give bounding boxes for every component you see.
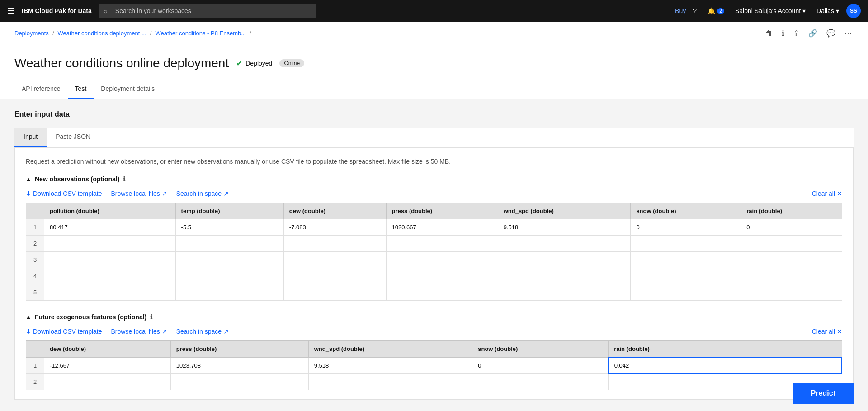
cell-5-rain[interactable] — [741, 284, 842, 301]
cell-3-snow[interactable] — [631, 252, 741, 268]
cell-5-snow[interactable] — [631, 284, 741, 301]
breadcrumb-deployment-name[interactable]: Weather conditions deployment ... — [58, 30, 146, 37]
clear-x-icon-1: ✕ — [837, 190, 842, 197]
download-csv-link-1[interactable]: ⬇ Download CSV template — [26, 190, 102, 197]
account-button[interactable]: Saloni Saluja's Account ▾ — [731, 4, 809, 18]
future-exog-info-icon[interactable]: ℹ — [150, 313, 152, 321]
tab-paste-json[interactable]: Paste JSON — [47, 128, 99, 147]
cell-2-temp[interactable] — [175, 236, 283, 252]
cell-3-wndspd[interactable] — [498, 252, 631, 268]
cell-5-press[interactable] — [386, 284, 498, 301]
fe-cell-1-wndspd[interactable]: 9.518 — [308, 357, 472, 373]
fe-cell-2-dew[interactable] — [44, 373, 171, 390]
help-button[interactable]: ? — [689, 4, 700, 18]
cell-2-rain[interactable] — [741, 236, 842, 252]
cell-4-snow[interactable] — [631, 268, 741, 284]
cell-2-dew[interactable] — [283, 236, 386, 252]
fe-cell-2-wndspd[interactable] — [308, 373, 472, 390]
rain-input-field[interactable] — [614, 362, 836, 369]
cell-4-rain[interactable] — [741, 268, 842, 284]
fe-row-1-num: 1 — [26, 357, 44, 373]
online-badge: Online — [279, 59, 304, 67]
avatar[interactable]: SS — [846, 4, 861, 18]
browse-local-files-link-1[interactable]: Browse local files ↗ — [111, 190, 167, 197]
cell-5-pollution[interactable] — [44, 284, 176, 301]
search-input[interactable] — [99, 4, 316, 18]
tab-test[interactable]: Test — [68, 80, 94, 99]
cell-3-temp[interactable] — [175, 252, 283, 268]
cell-2-pollution[interactable] — [44, 236, 176, 252]
cell-5-temp[interactable] — [175, 284, 283, 301]
table-row: 2 — [26, 236, 842, 252]
col-temp: temp (double) — [175, 203, 283, 219]
fe-cell-2-press[interactable] — [170, 373, 308, 390]
main-tabs: API reference Test Deployment details — [14, 80, 854, 99]
fe-cell-1-dew[interactable]: -12.667 — [44, 357, 171, 373]
delete-button[interactable]: 🗑 — [764, 28, 774, 39]
row-1-num: 1 — [26, 219, 44, 236]
cell-1-temp[interactable]: -5.5 — [175, 219, 283, 236]
search-wrapper: ⌕ — [99, 4, 316, 18]
cell-5-dew[interactable] — [283, 284, 386, 301]
browse-local-files-link-2[interactable]: Browse local files ↗ — [111, 328, 167, 335]
fe-cell-1-rain[interactable] — [609, 357, 842, 373]
comment-button[interactable]: 💬 — [825, 27, 837, 39]
cell-3-pollution[interactable] — [44, 252, 176, 268]
region-chevron-icon: ▾ — [836, 7, 839, 14]
tab-api-reference[interactable]: API reference — [14, 80, 68, 99]
clear-all-link-2[interactable]: Clear all ✕ — [812, 328, 842, 335]
cell-2-press[interactable] — [386, 236, 498, 252]
breadcrumb-sep-1: / — [52, 30, 54, 37]
region-button[interactable]: Dallas ▾ — [813, 4, 843, 18]
cell-1-rain[interactable]: 0 — [741, 219, 842, 236]
brand-label: IBM Cloud Pak for Data — [22, 7, 92, 14]
row-3-num: 3 — [26, 252, 44, 268]
cell-4-temp[interactable] — [175, 268, 283, 284]
share-button[interactable]: ⇪ — [792, 27, 801, 39]
new-obs-chevron-icon: ▲ — [26, 176, 31, 182]
breadcrumb-deployments[interactable]: Deployments — [14, 30, 49, 37]
cell-1-snow[interactable]: 0 — [631, 219, 741, 236]
search-in-space-link-2[interactable]: Search in space ↗ — [176, 328, 229, 335]
table-row: 3 — [26, 252, 842, 268]
cell-3-dew[interactable] — [283, 252, 386, 268]
table-row: 4 — [26, 268, 842, 284]
search-in-space-link-1[interactable]: Search in space ↗ — [176, 190, 229, 197]
tab-deployment-details[interactable]: Deployment details — [94, 80, 162, 99]
cell-2-snow[interactable] — [631, 236, 741, 252]
fe-cell-2-snow[interactable] — [472, 373, 609, 390]
clear-all-link-1[interactable]: Clear all ✕ — [812, 190, 842, 197]
search-arrow-icon-2: ↗ — [223, 328, 229, 335]
cell-1-pollution[interactable]: 80.417 — [44, 219, 176, 236]
new-obs-info-icon[interactable]: ℹ — [123, 175, 125, 183]
fe-cell-1-snow[interactable]: 0 — [472, 357, 609, 373]
breadcrumb-model-name[interactable]: Weather conditions - P8 Ensemb... — [155, 30, 246, 37]
cell-4-dew[interactable] — [283, 268, 386, 284]
buy-link[interactable]: Buy — [675, 7, 686, 14]
cell-1-dew[interactable]: -7.083 — [283, 219, 386, 236]
notifications-button[interactable]: 🔔 2 — [704, 4, 728, 18]
page-header: Weather conditions online deployment ✔ D… — [0, 45, 868, 99]
link-button[interactable]: 🔗 — [807, 27, 819, 39]
download-csv-link-2[interactable]: ⬇ Download CSV template — [26, 328, 102, 335]
cell-3-rain[interactable] — [741, 252, 842, 268]
account-label: Saloni Saluja's Account — [735, 7, 801, 14]
cell-5-wndspd[interactable] — [498, 284, 631, 301]
predict-button[interactable]: Predict — [793, 383, 854, 404]
cell-3-press[interactable] — [386, 252, 498, 268]
cell-4-wndspd[interactable] — [498, 268, 631, 284]
col-wnd-spd: wnd_spd (double) — [498, 203, 631, 219]
menu-button[interactable]: ☰ — [7, 6, 14, 16]
cell-2-wndspd[interactable] — [498, 236, 631, 252]
cell-4-press[interactable] — [386, 268, 498, 284]
more-button[interactable]: ⋯ — [843, 27, 854, 39]
tab-input[interactable]: Input — [14, 128, 47, 147]
enter-input-data-title: Enter input data — [14, 110, 854, 118]
cell-4-pollution[interactable] — [44, 268, 176, 284]
future-exogenous-header[interactable]: ▲ Future exogenous features (optional) ℹ — [26, 313, 842, 321]
new-observations-header[interactable]: ▲ New observations (optional) ℹ — [26, 175, 842, 183]
fe-cell-1-press[interactable]: 1023.708 — [170, 357, 308, 373]
info-button[interactable]: ℹ — [780, 27, 786, 39]
cell-1-press[interactable]: 1020.667 — [386, 219, 498, 236]
cell-1-wndspd[interactable]: 9.518 — [498, 219, 631, 236]
